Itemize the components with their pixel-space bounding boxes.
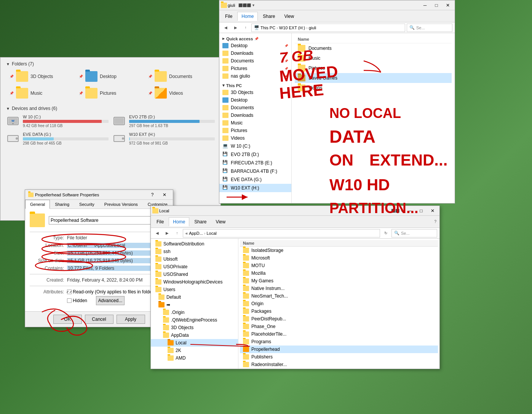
local-forward[interactable]: ▶ bbox=[163, 229, 171, 237]
content-saved-games[interactable]: Saved Games bbox=[295, 73, 452, 83]
local-minimize[interactable]: ─ bbox=[404, 207, 415, 215]
local-tab-home[interactable]: Home bbox=[169, 217, 189, 226]
local-nav-ssh[interactable]: ssh bbox=[151, 248, 238, 255]
back-button[interactable]: ◀ bbox=[222, 24, 230, 32]
local-item-mygames[interactable]: My Games bbox=[240, 277, 438, 285]
nav-documents[interactable]: Documents 📌 bbox=[219, 57, 291, 65]
tab-file[interactable]: File bbox=[221, 12, 236, 21]
content-music[interactable]: Music bbox=[295, 53, 452, 63]
folders-section-header[interactable]: ▼ Folders (7) bbox=[6, 61, 215, 67]
local-item-microsoft[interactable]: Microsoft bbox=[240, 254, 438, 262]
close-button[interactable]: ✕ bbox=[443, 1, 453, 10]
nav-music-thispc[interactable]: Music bbox=[219, 119, 291, 127]
content-videos[interactable]: Videos bbox=[295, 83, 452, 93]
cancel-button[interactable]: Cancel bbox=[85, 315, 113, 324]
drive-item-g[interactable]: EVE DATA (G:) 298 GB free of 465 GB bbox=[6, 132, 109, 145]
folder-item-videos[interactable]: 📌 Videos bbox=[147, 86, 213, 100]
local-item-packages[interactable]: Packages bbox=[240, 307, 438, 315]
tab-share[interactable]: Share bbox=[259, 12, 279, 21]
folder-item-documents[interactable]: 📌 Documents bbox=[147, 70, 213, 83]
local-item-placeholder[interactable]: PlaceholderTile... bbox=[240, 330, 438, 338]
local-search[interactable]: 🔍 Se... bbox=[391, 229, 437, 237]
local-refresh[interactable]: ↻ bbox=[382, 229, 390, 237]
local-nav-default[interactable]: Default bbox=[151, 293, 238, 301]
nav-nas[interactable]: nas giulio 📌 bbox=[219, 72, 291, 80]
dialog-help-button[interactable]: ? bbox=[147, 191, 158, 199]
readonly-checkbox-label[interactable]: ✓ Read-only (Only applies to files in fo… bbox=[67, 289, 155, 295]
drive-item-d[interactable]: EVO 2TB (D:) 297 GB free of 1.63 TB bbox=[112, 114, 215, 128]
local-nav-qtweb[interactable]: .QtWebEngineProcess bbox=[151, 316, 238, 324]
nav-downloads[interactable]: Downloads 📌 bbox=[219, 49, 291, 57]
nav-documents-thispc[interactable]: Documents bbox=[219, 104, 291, 111]
local-item-propellerhead[interactable]: Propellerhead bbox=[240, 346, 438, 353]
local-nav-amd[interactable]: AMD bbox=[151, 354, 238, 362]
nav-barracuda[interactable]: 💾 BARRACUDA 4TB (F:) bbox=[219, 167, 291, 175]
local-nav-usoshared[interactable]: USOShared bbox=[151, 271, 238, 278]
nav-evod[interactable]: 💾 EVO 2TB (D:) bbox=[219, 150, 291, 159]
drive-item-c[interactable]: W W 10 (C:) 9.42 GB free of 118 GB bbox=[6, 114, 109, 128]
advanced-button[interactable]: Advanced... bbox=[96, 296, 125, 305]
local-item-phaseone[interactable]: Phase_One bbox=[240, 323, 438, 330]
tab-sharing[interactable]: Sharing bbox=[50, 200, 74, 209]
forward-button[interactable]: ▶ bbox=[232, 24, 240, 32]
nav-desktop-thispc[interactable]: Desktop bbox=[219, 96, 291, 104]
local-tab-file[interactable]: File bbox=[152, 217, 168, 226]
nav-desktop[interactable]: Desktop 📌 bbox=[219, 42, 291, 49]
ok-button[interactable]: OK bbox=[53, 315, 82, 324]
apply-button[interactable]: Apply bbox=[117, 315, 145, 324]
readonly-checkbox[interactable]: ✓ bbox=[67, 290, 72, 294]
drive-item-h[interactable]: W10 EXT (H:) 972 GB free of 981 GB bbox=[112, 132, 215, 145]
tab-previous-versions[interactable]: Previous Versions bbox=[99, 200, 143, 209]
nav-videos-thispc[interactable]: Videos bbox=[219, 134, 291, 142]
local-nav-users[interactable]: Users bbox=[151, 286, 238, 293]
local-path[interactable]: « AppD... › Local bbox=[183, 229, 380, 237]
help-icon[interactable]: ? bbox=[433, 220, 438, 224]
local-maximize[interactable]: □ bbox=[416, 207, 427, 215]
search-box[interactable]: 🔍 Se... bbox=[407, 24, 452, 32]
local-nav-origin[interactable]: .Origin bbox=[151, 309, 238, 316]
tab-view[interactable]: View bbox=[280, 12, 298, 21]
local-item-publishers[interactable]: Publishers bbox=[240, 353, 438, 361]
folder-item-3dobjects[interactable]: 📌 3D Objects bbox=[8, 70, 74, 83]
local-tab-share[interactable]: Share bbox=[190, 217, 211, 226]
devices-section-header[interactable]: ▼ Devices and drives (6) bbox=[6, 106, 215, 111]
nav-pictures-thispc[interactable]: Pictures bbox=[219, 127, 291, 134]
local-back[interactable]: ◀ bbox=[153, 229, 161, 237]
local-nav-whd[interactable]: WindowsHolographicDevices bbox=[151, 278, 238, 286]
content-pictures[interactable]: Pictures bbox=[295, 63, 452, 73]
local-item-isolated[interactable]: IsolatedStorage bbox=[240, 247, 438, 254]
local-nav-ubisoft[interactable]: Ubisoft bbox=[151, 255, 238, 263]
local-item-nativeinstr[interactable]: Native Instrum... bbox=[240, 285, 438, 292]
nav-w10ext[interactable]: 💾 W10 EXT (H:) bbox=[219, 184, 291, 192]
nav-downloads-thispc[interactable]: Downloads bbox=[219, 111, 291, 119]
nav-w10c[interactable]: 💻 W 10 (C:) bbox=[219, 142, 291, 150]
local-nav-appdata[interactable]: AppData bbox=[151, 331, 238, 339]
local-up[interactable]: ↑ bbox=[173, 229, 181, 237]
folder-item-desktop[interactable]: 📌 Desktop bbox=[77, 70, 144, 83]
local-nav-usoprivate[interactable]: USOPrivate bbox=[151, 263, 238, 271]
nav-pictures[interactable]: Pictures 📌 bbox=[219, 65, 291, 72]
dialog-close-button[interactable]: ✕ bbox=[159, 191, 170, 199]
nav-3dobjects[interactable]: 3D Objects bbox=[219, 89, 291, 96]
local-nav-user-arrow[interactable]: ➡ bbox=[151, 301, 238, 309]
maximize-button[interactable]: □ bbox=[431, 1, 442, 10]
local-item-motu[interactable]: MOTU bbox=[240, 262, 438, 269]
minimize-button[interactable]: ─ bbox=[420, 1, 430, 10]
local-nav-3dobjects[interactable]: 3D Objects bbox=[151, 324, 238, 331]
local-tab-view[interactable]: View bbox=[211, 217, 230, 226]
nav-evedata[interactable]: 💾 EVE DATA (G:) bbox=[219, 175, 291, 184]
local-item-origin[interactable]: Origin bbox=[240, 300, 438, 307]
folder-item-music[interactable]: 📌 Music bbox=[8, 86, 74, 100]
hidden-checkbox-label[interactable]: Hidden Advanced... bbox=[67, 296, 125, 305]
local-close[interactable]: ✕ bbox=[427, 207, 438, 215]
local-nav-softdist[interactable]: SoftwareDistribution bbox=[151, 240, 238, 248]
local-item-radeon[interactable]: RadeonInstaller... bbox=[240, 361, 438, 368]
up-button[interactable]: ↑ bbox=[241, 24, 250, 32]
address-path[interactable]: 🖥️ This PC › W10 EXT (H:) › giuli bbox=[251, 24, 405, 32]
folder-item-pictures[interactable]: 📌 Pictures bbox=[77, 86, 144, 100]
local-item-neosmart[interactable]: NeoSmart_Tech... bbox=[240, 292, 438, 300]
local-nav-2k[interactable]: 2K bbox=[151, 347, 238, 354]
local-item-programs[interactable]: Programs bbox=[240, 338, 438, 346]
tab-security[interactable]: Security bbox=[74, 200, 99, 209]
local-item-mozilla[interactable]: Mozilla bbox=[240, 269, 438, 277]
